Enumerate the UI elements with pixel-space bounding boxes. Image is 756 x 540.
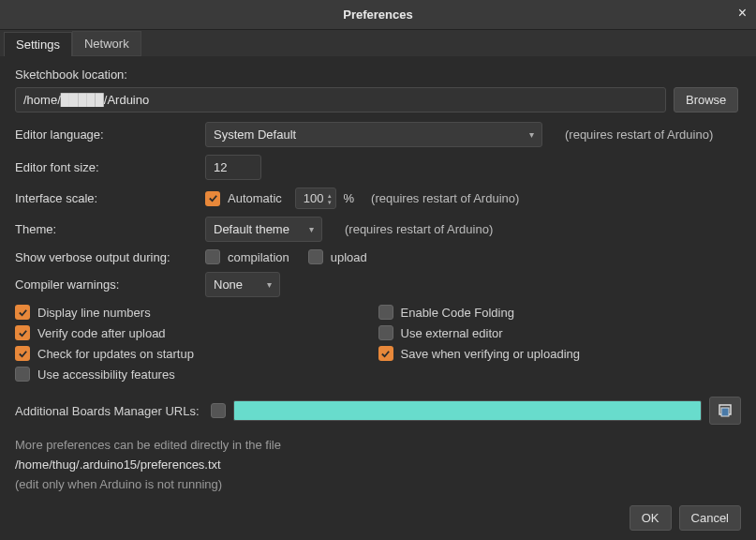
theme-value: Default theme: [214, 222, 289, 236]
verbose-upload-label: upload: [331, 250, 367, 264]
svg-rect-1: [721, 408, 729, 416]
compiler-warnings-value: None: [214, 278, 243, 292]
display-line-numbers-checkbox[interactable]: [15, 305, 30, 320]
tab-network[interactable]: Network: [72, 31, 141, 56]
footnote-line2: (edit only when Arduino is not running): [15, 475, 741, 495]
editor-language-label: Editor language:: [15, 128, 198, 142]
scale-value: 100: [304, 191, 324, 205]
save-on-verify-label: Save when verifying or uploading: [401, 347, 581, 361]
font-size-input[interactable]: [205, 155, 261, 180]
additional-urls-label: Additional Boards Manager URLs:: [15, 404, 200, 418]
editor-language-value: System Default: [214, 128, 296, 142]
footnote: More preferences can be edited directly …: [15, 436, 741, 494]
theme-restart-hint: (requires restart of Arduino): [345, 222, 493, 236]
tab-settings[interactable]: Settings: [4, 32, 72, 56]
scale-automatic-checkbox[interactable]: [205, 191, 220, 206]
accessibility-label: Use accessibility features: [37, 368, 175, 382]
dialog-button-bar: OK Cancel: [630, 505, 741, 531]
cancel-button[interactable]: Cancel: [679, 505, 741, 531]
footnote-line1: More preferences can be edited directly …: [15, 436, 741, 456]
scale-percent-label: %: [344, 191, 355, 205]
ok-button[interactable]: OK: [630, 505, 672, 531]
external-editor-checkbox[interactable]: [378, 325, 393, 340]
chevron-down-icon: ▾: [309, 224, 314, 234]
verify-after-upload-checkbox[interactable]: [15, 325, 30, 340]
check-updates-label: Check for updates on startup: [37, 347, 194, 361]
verify-after-upload-label: Verify code after upload: [37, 326, 166, 340]
code-folding-label: Enable Code Folding: [401, 306, 514, 320]
open-urls-dialog-button[interactable]: [709, 397, 741, 425]
save-on-verify-checkbox[interactable]: [378, 346, 393, 361]
close-icon[interactable]: ×: [738, 6, 747, 21]
theme-select[interactable]: Default theme ▾: [205, 217, 322, 242]
external-editor-label: Use external editor: [401, 326, 503, 340]
compiler-warnings-label: Compiler warnings:: [15, 278, 198, 292]
browse-button[interactable]: Browse: [674, 87, 738, 112]
verbose-compilation-label: compilation: [228, 250, 289, 264]
title-bar: Preferences ×: [0, 0, 756, 30]
display-line-numbers-label: Display line numbers: [37, 306, 151, 320]
chevron-down-icon: ▾: [529, 129, 534, 140]
chevron-down-icon: ▾: [267, 279, 272, 290]
accessibility-checkbox[interactable]: [15, 367, 30, 382]
verbose-label: Show verbose output during:: [15, 250, 198, 264]
verbose-upload-checkbox[interactable]: [308, 249, 323, 264]
theme-label: Theme:: [15, 222, 198, 236]
additional-urls-checkbox[interactable]: [211, 403, 226, 418]
scale-value-spinner[interactable]: 100 ▴▾: [295, 188, 336, 209]
window-icon: [718, 404, 733, 417]
tab-bar: Settings Network: [0, 30, 756, 56]
spinner-arrows-icon[interactable]: ▴▾: [328, 192, 332, 205]
check-updates-checkbox[interactable]: [15, 346, 30, 361]
scale-automatic-label: Automatic: [228, 191, 282, 205]
verbose-compilation-checkbox[interactable]: [205, 249, 220, 264]
code-folding-checkbox[interactable]: [378, 305, 393, 320]
window-title: Preferences: [343, 8, 412, 22]
content-area: Sketchbook location: Browse Editor langu…: [0, 56, 756, 505]
additional-urls-input[interactable]: [233, 400, 702, 421]
footnote-path: /home/thug/.arduino15/preferences.txt: [15, 456, 741, 475]
editor-language-select[interactable]: System Default ▾: [205, 122, 542, 147]
interface-scale-label: Interface scale:: [15, 191, 198, 205]
compiler-warnings-select[interactable]: None ▾: [205, 272, 280, 297]
sketchbook-path-input[interactable]: [15, 87, 666, 112]
language-restart-hint: (requires restart of Arduino): [565, 128, 713, 142]
scale-restart-hint: (requires restart of Arduino): [371, 191, 519, 205]
sketchbook-label: Sketchbook location:: [15, 68, 741, 82]
font-size-label: Editor font size:: [15, 160, 198, 174]
